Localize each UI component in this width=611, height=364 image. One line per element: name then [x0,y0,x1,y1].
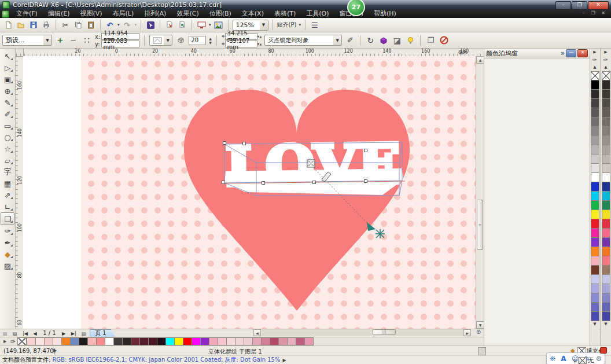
menu-item[interactable]: 编辑(E) [43,10,75,18]
rectangle-tool[interactable]: ▭ [1,120,14,131]
color-swatch[interactable] [602,256,610,266]
color-swatch[interactable] [602,191,610,201]
menu-item[interactable]: 文本(X) [237,10,269,18]
zoom-fit-icon[interactable]: ⊕ [473,329,484,337]
color-swatch[interactable] [602,163,610,173]
color-swatch[interactable] [165,337,175,345]
color-swatch[interactable] [591,98,599,108]
color-swatch[interactable] [183,337,192,345]
recorder-stop-icon[interactable] [600,347,607,354]
color-swatch[interactable] [591,80,599,90]
object-properties-icon[interactable] [478,347,486,355]
remove-preset-button[interactable]: − [68,35,79,46]
undo-dropdown[interactable]: ▾ [117,23,120,27]
shape-tool[interactable]: ▷ [1,62,14,73]
coords-flyout-icon[interactable]: ▶ [53,348,57,353]
export-icon[interactable] [177,20,187,30]
color-swatch[interactable] [591,117,599,127]
palette1-eyedropper-icon[interactable]: ✑ [592,56,597,64]
color-swatch[interactable] [252,337,262,345]
color-swatch[interactable] [602,284,610,293]
outline-pen-tool[interactable]: ✒ [1,237,14,248]
color-swatch[interactable] [591,154,599,164]
color-swatch[interactable] [602,247,610,256]
color-swatch[interactable] [591,256,599,266]
options-icon[interactable]: ☰ [310,20,320,30]
mdi-window-buttons[interactable]: – ❐ ✕ [583,10,608,16]
restore-button[interactable]: ❐ [572,1,587,10]
color-swatch[interactable] [174,337,183,345]
color-swatch[interactable] [122,337,131,345]
extrude-rotation-icon[interactable]: ↻ [365,35,376,46]
parallel-dimension-tool[interactable]: ⇗ [1,189,14,201]
color-swatch[interactable] [70,337,79,345]
color-swatch[interactable] [602,200,610,210]
table-tool[interactable]: ▦ [1,178,14,189]
connector-tool[interactable]: ∟ [1,201,14,212]
color-swatch[interactable] [591,89,599,99]
color-swatch[interactable] [148,337,157,345]
color-swatch[interactable] [602,126,610,136]
color-swatch[interactable] [27,337,36,345]
heart-shape[interactable] [184,90,410,311]
color-swatch[interactable] [591,172,599,182]
palette1-scroll-up-icon[interactable]: ▲ [593,64,596,71]
vertical-scrollbar[interactable]: ▲ ≡ ▼ [476,56,484,329]
color-swatch[interactable] [278,337,288,345]
copy-extrude-properties-icon[interactable]: ❐ [425,35,436,46]
bevel-icon[interactable]: ◪ [392,35,402,46]
minimize-button[interactable]: – [555,1,571,10]
color-swatch[interactable] [139,337,149,345]
color-swatch[interactable] [591,126,599,136]
print-icon[interactable] [41,20,51,30]
color-swatch[interactable] [602,98,610,108]
color-swatch[interactable] [226,337,235,345]
color-swatch[interactable] [602,209,610,219]
profile-flyout-icon[interactable]: ▶ [282,358,286,363]
color-swatch[interactable] [591,284,599,293]
extrusion-type-combo[interactable]: ▼ [149,35,172,46]
docker-expand-icon[interactable]: » [561,49,565,57]
color-swatch[interactable] [209,337,218,345]
color-swatch[interactable] [131,337,140,345]
color-swatch[interactable] [602,89,610,99]
import-icon[interactable] [164,20,175,30]
scroll-right-icon[interactable]: ▶ [463,329,471,336]
color-swatch[interactable] [96,337,105,345]
preset-dropdown-arrow[interactable]: ▼ [43,35,51,45]
redo-dropdown[interactable]: ▾ [135,23,137,27]
snap-dropdown[interactable]: ▾ [299,23,301,27]
drawing-canvas[interactable]: LOVE [23,56,476,329]
color-swatch[interactable] [591,163,599,173]
color-swatch[interactable] [591,311,599,321]
zoom-tool[interactable]: ⊕ [1,85,14,97]
copy-icon[interactable] [73,20,83,30]
color-swatch[interactable] [44,337,53,345]
color-swatch[interactable] [602,311,610,321]
save-icon[interactable] [28,20,39,30]
menu-item[interactable]: 文件(F) [11,10,43,18]
close-button[interactable]: ✕ [588,1,609,10]
color-swatch[interactable] [105,337,114,345]
copy-vp-pen-icon[interactable]: ✐ [345,35,355,46]
depth-spin-up[interactable]: ▲ [209,36,212,41]
color-swatch[interactable] [113,337,123,345]
extrude-tool[interactable]: ❒ [1,212,14,225]
menu-item[interactable]: 排列(A) [139,10,171,18]
color-swatch[interactable] [192,337,201,345]
new-document-icon[interactable] [3,20,13,30]
color-swatch[interactable] [591,265,599,275]
no-color-swatch[interactable] [17,337,27,345]
fill-tool[interactable]: ◆ [1,248,14,260]
color-swatch[interactable] [157,337,166,345]
open-folder-icon[interactable] [16,20,26,30]
color-swatch[interactable] [591,182,599,192]
preset-combo[interactable]: 预设... ▼ [2,35,52,46]
vanishing-point-marker[interactable] [376,229,385,238]
color-swatch[interactable] [61,337,71,345]
menu-item[interactable]: 布局(L) [108,10,139,18]
color-swatch[interactable] [602,228,610,238]
extrusion-type-dropdown[interactable]: ▼ [164,35,172,45]
extrusion-color-icon[interactable] [378,35,389,46]
scroll-down-icon[interactable]: ▼ [476,321,484,329]
